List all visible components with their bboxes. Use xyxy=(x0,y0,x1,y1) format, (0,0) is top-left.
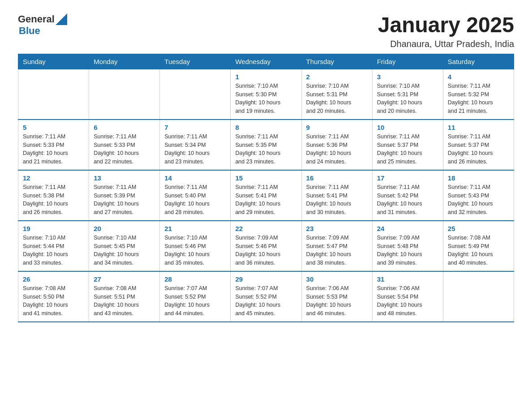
calendar-cell: 23Sunrise: 7:09 AM Sunset: 5:47 PM Dayli… xyxy=(301,221,372,271)
calendar-cell xyxy=(18,69,89,120)
day-info: Sunrise: 7:09 AM Sunset: 5:47 PM Dayligh… xyxy=(306,234,368,267)
day-number: 2 xyxy=(306,73,368,81)
calendar-week-row: 19Sunrise: 7:10 AM Sunset: 5:44 PM Dayli… xyxy=(18,221,514,271)
day-number: 18 xyxy=(448,174,509,182)
calendar-cell: 9Sunrise: 7:11 AM Sunset: 5:36 PM Daylig… xyxy=(301,120,372,170)
day-number: 4 xyxy=(448,73,509,81)
day-info: Sunrise: 7:11 AM Sunset: 5:32 PM Dayligh… xyxy=(448,82,509,116)
calendar-cell xyxy=(89,69,160,120)
day-info: Sunrise: 7:11 AM Sunset: 5:37 PM Dayligh… xyxy=(448,133,509,166)
calendar-subtitle: Dhanaura, Uttar Pradesh, India xyxy=(378,39,514,49)
calendar-cell xyxy=(160,69,231,120)
weekday-header-saturday: Saturday xyxy=(443,54,514,69)
logo-icon xyxy=(56,13,67,25)
day-info: Sunrise: 7:11 AM Sunset: 5:33 PM Dayligh… xyxy=(23,133,84,166)
calendar-cell: 3Sunrise: 7:10 AM Sunset: 5:31 PM Daylig… xyxy=(372,69,443,120)
day-number: 27 xyxy=(94,275,155,283)
calendar-cell: 18Sunrise: 7:11 AM Sunset: 5:43 PM Dayli… xyxy=(443,170,514,221)
day-number: 25 xyxy=(448,225,509,232)
day-info: Sunrise: 7:11 AM Sunset: 5:43 PM Dayligh… xyxy=(448,183,509,217)
day-number: 11 xyxy=(448,124,509,131)
weekday-header-tuesday: Tuesday xyxy=(160,54,231,69)
day-info: Sunrise: 7:10 AM Sunset: 5:31 PM Dayligh… xyxy=(306,82,368,116)
calendar-table: SundayMondayTuesdayWednesdayThursdayFrid… xyxy=(18,54,514,322)
day-info: Sunrise: 7:11 AM Sunset: 5:40 PM Dayligh… xyxy=(164,183,226,217)
calendar-title: January 2025 xyxy=(378,13,514,37)
day-number: 3 xyxy=(377,73,438,81)
weekday-header-wednesday: Wednesday xyxy=(231,54,301,69)
weekday-header-sunday: Sunday xyxy=(18,54,89,69)
calendar-week-row: 12Sunrise: 7:11 AM Sunset: 5:38 PM Dayli… xyxy=(18,170,514,221)
day-number: 28 xyxy=(164,275,226,283)
day-number: 10 xyxy=(377,124,438,131)
calendar-cell: 30Sunrise: 7:06 AM Sunset: 5:53 PM Dayli… xyxy=(301,271,372,322)
calendar-cell: 26Sunrise: 7:08 AM Sunset: 5:50 PM Dayli… xyxy=(18,271,89,322)
day-info: Sunrise: 7:11 AM Sunset: 5:41 PM Dayligh… xyxy=(235,183,296,217)
calendar-cell: 15Sunrise: 7:11 AM Sunset: 5:41 PM Dayli… xyxy=(231,170,301,221)
day-number: 19 xyxy=(23,225,84,232)
calendar-week-row: 26Sunrise: 7:08 AM Sunset: 5:50 PM Dayli… xyxy=(18,271,514,322)
day-info: Sunrise: 7:10 AM Sunset: 5:44 PM Dayligh… xyxy=(23,234,84,267)
calendar-cell: 22Sunrise: 7:09 AM Sunset: 5:46 PM Dayli… xyxy=(231,221,301,271)
day-info: Sunrise: 7:11 AM Sunset: 5:41 PM Dayligh… xyxy=(306,183,368,217)
day-info: Sunrise: 7:11 AM Sunset: 5:36 PM Dayligh… xyxy=(306,133,368,166)
day-info: Sunrise: 7:09 AM Sunset: 5:46 PM Dayligh… xyxy=(235,234,296,267)
calendar-cell: 12Sunrise: 7:11 AM Sunset: 5:38 PM Dayli… xyxy=(18,170,89,221)
day-info: Sunrise: 7:11 AM Sunset: 5:38 PM Dayligh… xyxy=(23,183,84,217)
day-info: Sunrise: 7:07 AM Sunset: 5:52 PM Dayligh… xyxy=(235,284,296,318)
day-info: Sunrise: 7:07 AM Sunset: 5:52 PM Dayligh… xyxy=(164,284,226,318)
logo-blue-text: Blue xyxy=(19,25,40,36)
day-number: 8 xyxy=(235,124,296,131)
day-info: Sunrise: 7:10 AM Sunset: 5:46 PM Dayligh… xyxy=(164,234,226,267)
calendar-cell: 25Sunrise: 7:08 AM Sunset: 5:49 PM Dayli… xyxy=(443,221,514,271)
day-info: Sunrise: 7:06 AM Sunset: 5:53 PM Dayligh… xyxy=(306,284,368,318)
day-number: 29 xyxy=(235,275,296,283)
day-number: 9 xyxy=(306,124,368,131)
day-info: Sunrise: 7:10 AM Sunset: 5:45 PM Dayligh… xyxy=(94,234,155,267)
day-info: Sunrise: 7:11 AM Sunset: 5:34 PM Dayligh… xyxy=(164,133,226,166)
weekday-header-thursday: Thursday xyxy=(301,54,372,69)
calendar-cell: 6Sunrise: 7:11 AM Sunset: 5:33 PM Daylig… xyxy=(89,120,160,170)
day-number: 5 xyxy=(23,124,84,131)
day-number: 24 xyxy=(377,225,438,232)
calendar-cell: 27Sunrise: 7:08 AM Sunset: 5:51 PM Dayli… xyxy=(89,271,160,322)
calendar-cell: 13Sunrise: 7:11 AM Sunset: 5:39 PM Dayli… xyxy=(89,170,160,221)
day-info: Sunrise: 7:08 AM Sunset: 5:50 PM Dayligh… xyxy=(23,284,84,318)
logo: General Blue xyxy=(18,13,67,36)
page-header: General Blue January 2025 Dhanaura, Utta… xyxy=(18,13,514,49)
day-info: Sunrise: 7:10 AM Sunset: 5:31 PM Dayligh… xyxy=(377,82,438,116)
day-info: Sunrise: 7:11 AM Sunset: 5:35 PM Dayligh… xyxy=(235,133,296,166)
calendar-cell: 8Sunrise: 7:11 AM Sunset: 5:35 PM Daylig… xyxy=(231,120,301,170)
day-info: Sunrise: 7:08 AM Sunset: 5:51 PM Dayligh… xyxy=(94,284,155,318)
day-number: 7 xyxy=(164,124,226,131)
calendar-cell xyxy=(443,271,514,322)
calendar-week-row: 5Sunrise: 7:11 AM Sunset: 5:33 PM Daylig… xyxy=(18,120,514,170)
calendar-cell: 20Sunrise: 7:10 AM Sunset: 5:45 PM Dayli… xyxy=(89,221,160,271)
calendar-week-row: 1Sunrise: 7:10 AM Sunset: 5:30 PM Daylig… xyxy=(18,69,514,120)
day-info: Sunrise: 7:10 AM Sunset: 5:30 PM Dayligh… xyxy=(235,82,296,116)
calendar-cell: 11Sunrise: 7:11 AM Sunset: 5:37 PM Dayli… xyxy=(443,120,514,170)
day-number: 31 xyxy=(377,275,438,283)
day-number: 22 xyxy=(235,225,296,232)
day-info: Sunrise: 7:11 AM Sunset: 5:42 PM Dayligh… xyxy=(377,183,438,217)
day-number: 1 xyxy=(235,73,296,81)
calendar-cell: 4Sunrise: 7:11 AM Sunset: 5:32 PM Daylig… xyxy=(443,69,514,120)
day-number: 23 xyxy=(306,225,368,232)
calendar-cell: 7Sunrise: 7:11 AM Sunset: 5:34 PM Daylig… xyxy=(160,120,231,170)
calendar-cell: 24Sunrise: 7:09 AM Sunset: 5:48 PM Dayli… xyxy=(372,221,443,271)
calendar-cell: 19Sunrise: 7:10 AM Sunset: 5:44 PM Dayli… xyxy=(18,221,89,271)
day-number: 30 xyxy=(306,275,368,283)
calendar-cell: 17Sunrise: 7:11 AM Sunset: 5:42 PM Dayli… xyxy=(372,170,443,221)
title-section: January 2025 Dhanaura, Uttar Pradesh, In… xyxy=(378,13,514,49)
day-number: 21 xyxy=(164,225,226,232)
calendar-cell: 29Sunrise: 7:07 AM Sunset: 5:52 PM Dayli… xyxy=(231,271,301,322)
weekday-header-row: SundayMondayTuesdayWednesdayThursdayFrid… xyxy=(18,54,514,69)
calendar-cell: 5Sunrise: 7:11 AM Sunset: 5:33 PM Daylig… xyxy=(18,120,89,170)
day-info: Sunrise: 7:11 AM Sunset: 5:37 PM Dayligh… xyxy=(377,133,438,166)
calendar-cell: 2Sunrise: 7:10 AM Sunset: 5:31 PM Daylig… xyxy=(301,69,372,120)
calendar-cell: 16Sunrise: 7:11 AM Sunset: 5:41 PM Dayli… xyxy=(301,170,372,221)
weekday-header-friday: Friday xyxy=(372,54,443,69)
day-info: Sunrise: 7:06 AM Sunset: 5:54 PM Dayligh… xyxy=(377,284,438,318)
day-info: Sunrise: 7:08 AM Sunset: 5:49 PM Dayligh… xyxy=(448,234,509,267)
svg-marker-0 xyxy=(56,13,67,25)
